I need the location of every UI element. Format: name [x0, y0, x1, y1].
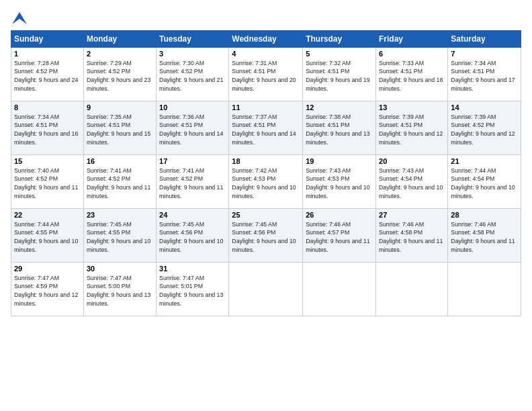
day-number: 25 — [232, 211, 300, 219]
day-cell: 28Sunrise: 7:46 AMSunset: 4:58 PMDayligh… — [448, 208, 521, 262]
day-info: Sunrise: 7:39 AMSunset: 4:51 PMDaylight:… — [379, 113, 445, 147]
day-cell: 5Sunrise: 7:32 AMSunset: 4:51 PMDaylight… — [303, 47, 376, 101]
day-number: 8 — [14, 103, 81, 111]
day-number: 27 — [379, 211, 445, 219]
day-number: 17 — [159, 157, 226, 165]
weekday-header-row: SundayMondayTuesdayWednesdayThursdayFrid… — [11, 30, 521, 47]
day-cell: 4Sunrise: 7:31 AMSunset: 4:51 PMDaylight… — [229, 47, 303, 101]
day-number: 7 — [451, 50, 518, 58]
day-cell: 27Sunrise: 7:46 AMSunset: 4:58 PMDayligh… — [376, 208, 448, 262]
day-info: Sunrise: 7:34 AMSunset: 4:51 PMDaylight:… — [451, 59, 518, 93]
day-cell — [303, 262, 376, 316]
calendar-container: SundayMondayTuesdayWednesdayThursdayFrid… — [0, 0, 532, 411]
day-cell: 12Sunrise: 7:38 AMSunset: 4:51 PMDayligh… — [303, 101, 376, 154]
day-number: 13 — [379, 103, 445, 111]
day-cell: 23Sunrise: 7:45 AMSunset: 4:55 PMDayligh… — [83, 208, 156, 262]
day-info: Sunrise: 7:43 AMSunset: 4:53 PMDaylight:… — [306, 167, 373, 201]
day-number: 15 — [14, 157, 81, 165]
week-row-4: 22Sunrise: 7:44 AMSunset: 4:55 PMDayligh… — [11, 208, 521, 262]
day-cell: 11Sunrise: 7:37 AMSunset: 4:51 PMDayligh… — [229, 101, 303, 154]
weekday-sunday: Sunday — [11, 30, 84, 47]
day-number: 29 — [14, 265, 81, 273]
weekday-thursday: Thursday — [303, 30, 376, 47]
day-cell: 21Sunrise: 7:44 AMSunset: 4:54 PMDayligh… — [448, 154, 521, 208]
day-number: 10 — [159, 103, 226, 111]
day-cell: 19Sunrise: 7:43 AMSunset: 4:53 PMDayligh… — [303, 154, 376, 208]
weekday-monday: Monday — [83, 30, 156, 47]
day-info: Sunrise: 7:42 AMSunset: 4:53 PMDaylight:… — [232, 167, 300, 201]
day-number: 22 — [14, 211, 81, 219]
day-info: Sunrise: 7:47 AMSunset: 5:01 PMDaylight:… — [159, 274, 226, 308]
day-number: 28 — [451, 211, 518, 219]
day-info: Sunrise: 7:29 AMSunset: 4:52 PMDaylight:… — [87, 59, 153, 93]
day-number: 9 — [87, 103, 153, 111]
day-info: Sunrise: 7:43 AMSunset: 4:54 PMDaylight:… — [379, 167, 445, 201]
week-row-1: 1Sunrise: 7:28 AMSunset: 4:52 PMDaylight… — [11, 47, 521, 101]
weekday-saturday: Saturday — [448, 30, 521, 47]
day-cell: 14Sunrise: 7:39 AMSunset: 4:52 PMDayligh… — [448, 101, 521, 154]
day-number: 4 — [232, 50, 300, 58]
day-info: Sunrise: 7:41 AMSunset: 4:52 PMDaylight:… — [87, 167, 153, 201]
day-number: 2 — [87, 50, 153, 58]
day-cell: 18Sunrise: 7:42 AMSunset: 4:53 PMDayligh… — [229, 154, 303, 208]
day-number: 19 — [306, 157, 373, 165]
day-cell: 6Sunrise: 7:33 AMSunset: 4:51 PMDaylight… — [376, 47, 448, 101]
day-info: Sunrise: 7:44 AMSunset: 4:55 PMDaylight:… — [14, 220, 81, 255]
day-number: 1 — [14, 50, 81, 58]
logo-bird-icon — [12, 12, 27, 24]
day-info: Sunrise: 7:46 AMSunset: 4:58 PMDaylight:… — [379, 220, 445, 255]
day-number: 20 — [379, 157, 445, 165]
day-number: 6 — [379, 50, 445, 58]
day-cell — [376, 262, 448, 316]
day-info: Sunrise: 7:39 AMSunset: 4:52 PMDaylight:… — [451, 113, 518, 147]
day-cell: 9Sunrise: 7:35 AMSunset: 4:51 PMDaylight… — [83, 101, 156, 154]
logo-text — [11, 11, 27, 25]
day-number: 24 — [159, 211, 226, 219]
day-cell: 1Sunrise: 7:28 AMSunset: 4:52 PMDaylight… — [11, 47, 84, 101]
svg-marker-0 — [12, 12, 27, 24]
day-info: Sunrise: 7:37 AMSunset: 4:51 PMDaylight:… — [232, 113, 300, 147]
day-number: 18 — [232, 157, 300, 165]
day-info: Sunrise: 7:45 AMSunset: 4:55 PMDaylight:… — [87, 220, 153, 255]
day-cell: 20Sunrise: 7:43 AMSunset: 4:54 PMDayligh… — [376, 154, 448, 208]
day-info: Sunrise: 7:45 AMSunset: 4:56 PMDaylight:… — [159, 220, 226, 255]
day-number: 5 — [306, 50, 373, 58]
calendar-table: SundayMondayTuesdayWednesdayThursdayFrid… — [11, 30, 521, 316]
day-cell: 7Sunrise: 7:34 AMSunset: 4:51 PMDaylight… — [448, 47, 521, 101]
day-number: 12 — [306, 103, 373, 111]
weekday-tuesday: Tuesday — [157, 30, 229, 47]
day-number: 21 — [451, 157, 518, 165]
day-cell: 2Sunrise: 7:29 AMSunset: 4:52 PMDaylight… — [83, 47, 156, 101]
day-info: Sunrise: 7:40 AMSunset: 4:52 PMDaylight:… — [14, 167, 81, 201]
day-info: Sunrise: 7:47 AMSunset: 4:59 PMDaylight:… — [14, 274, 81, 308]
day-cell: 17Sunrise: 7:41 AMSunset: 4:52 PMDayligh… — [157, 154, 229, 208]
calendar-body: 1Sunrise: 7:28 AMSunset: 4:52 PMDaylight… — [11, 47, 521, 316]
day-number: 16 — [87, 157, 153, 165]
day-info: Sunrise: 7:47 AMSunset: 5:00 PMDaylight:… — [87, 274, 153, 308]
day-info: Sunrise: 7:46 AMSunset: 4:58 PMDaylight:… — [451, 220, 518, 255]
day-number: 30 — [87, 265, 153, 273]
day-cell: 24Sunrise: 7:45 AMSunset: 4:56 PMDayligh… — [157, 208, 229, 262]
logo — [11, 11, 27, 25]
day-cell: 26Sunrise: 7:46 AMSunset: 4:57 PMDayligh… — [303, 208, 376, 262]
day-info: Sunrise: 7:38 AMSunset: 4:51 PMDaylight:… — [306, 113, 373, 147]
day-cell: 25Sunrise: 7:45 AMSunset: 4:56 PMDayligh… — [229, 208, 303, 262]
day-info: Sunrise: 7:30 AMSunset: 4:52 PMDaylight:… — [159, 59, 226, 93]
week-row-2: 8Sunrise: 7:34 AMSunset: 4:51 PMDaylight… — [11, 101, 521, 154]
day-number: 26 — [306, 211, 373, 219]
day-info: Sunrise: 7:46 AMSunset: 4:57 PMDaylight:… — [306, 220, 373, 255]
day-info: Sunrise: 7:33 AMSunset: 4:51 PMDaylight:… — [379, 59, 445, 93]
day-number: 31 — [159, 265, 226, 273]
day-number: 3 — [159, 50, 226, 58]
day-cell: 3Sunrise: 7:30 AMSunset: 4:52 PMDaylight… — [157, 47, 229, 101]
day-cell: 13Sunrise: 7:39 AMSunset: 4:51 PMDayligh… — [376, 101, 448, 154]
day-cell — [229, 262, 303, 316]
day-number: 23 — [87, 211, 153, 219]
day-info: Sunrise: 7:32 AMSunset: 4:51 PMDaylight:… — [306, 59, 373, 93]
day-cell: 10Sunrise: 7:36 AMSunset: 4:51 PMDayligh… — [157, 101, 229, 154]
day-cell: 30Sunrise: 7:47 AMSunset: 5:00 PMDayligh… — [83, 262, 156, 316]
week-row-5: 29Sunrise: 7:47 AMSunset: 4:59 PMDayligh… — [11, 262, 521, 316]
day-info: Sunrise: 7:34 AMSunset: 4:51 PMDaylight:… — [14, 113, 81, 147]
header — [11, 11, 521, 25]
day-cell: 16Sunrise: 7:41 AMSunset: 4:52 PMDayligh… — [83, 154, 156, 208]
